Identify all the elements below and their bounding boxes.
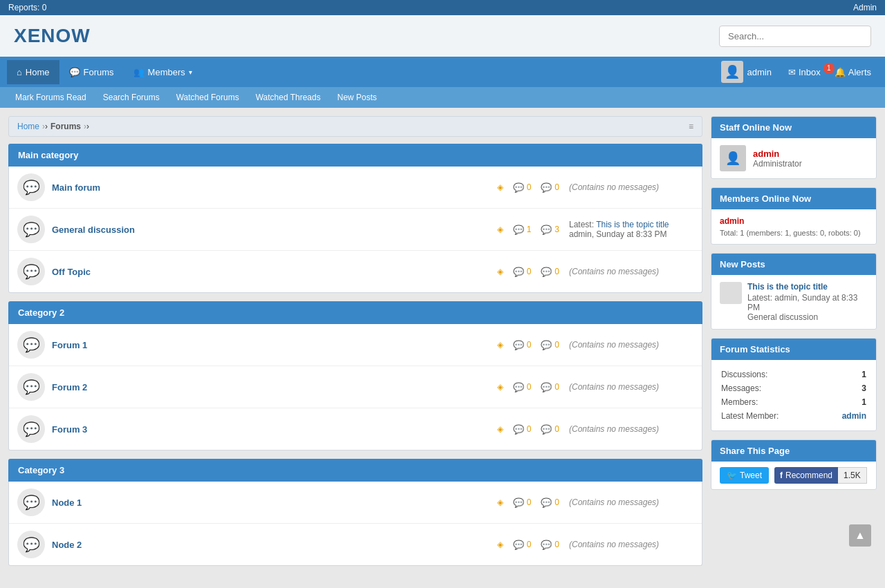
forum-list-0: 💬Main forum ◈ 💬 0 💬 0 (Contains no messa… (8, 167, 702, 293)
nav-forums[interactable]: 💬 Forums (59, 60, 124, 84)
reports-count: 0 (42, 3, 47, 12)
logo[interactable]: XENOW (14, 25, 91, 47)
breadcrumb-current: Forums (50, 122, 81, 131)
thread-count: 0 (527, 382, 532, 392)
rss-icon: ◈ (497, 182, 503, 192)
forum-latest: (Contains no messages) (569, 424, 693, 434)
forum-name[interactable]: Node 1 (52, 497, 497, 508)
nav-members[interactable]: 👥 Members ▾ (124, 60, 202, 84)
admin-link[interactable]: Admin (853, 3, 877, 12)
share-header: Share This Page (711, 440, 876, 462)
forum-name[interactable]: Off Topic (52, 267, 497, 277)
post-icon: 💬 (541, 382, 552, 392)
messages-value: 3 (823, 382, 866, 395)
no-messages: (Contains no messages) (569, 340, 659, 350)
subnav-search-forums[interactable]: Search Forums (95, 87, 168, 108)
forum-row: 💬Forum 2 ◈ 💬 0 💬 0 (Contains no messages… (9, 366, 702, 408)
rss-icon: ◈ (497, 340, 503, 350)
thread-count: 0 (527, 340, 532, 350)
staff-online-box: Staff Online Now 👤 admin Administrator (711, 116, 877, 179)
forum-latest: Latest: This is the topic title admin, S… (569, 220, 693, 239)
online-admin-link[interactable]: admin (720, 216, 744, 226)
person-icon (725, 64, 740, 79)
forum-row: 💬Off Topic ◈ 💬 0 💬 0 (Contains no messag… (9, 251, 702, 292)
tweet-button[interactable]: 🐦 Tweet (720, 467, 769, 484)
threads-stat: 💬 0 (513, 267, 532, 277)
forum-stats: ◈ 💬 0 💬 0 (497, 424, 559, 435)
post-count: 0 (555, 382, 559, 392)
forum-name[interactable]: Node 2 (52, 540, 497, 550)
staff-name[interactable]: admin (753, 149, 802, 159)
subnav-new-posts[interactable]: New Posts (329, 87, 385, 108)
forum-row: 💬General discussion ◈ 💬 1 💬 3 Latest: Th… (9, 209, 702, 251)
threads-stat: 💬 1 (513, 225, 532, 235)
subnav-watched-forums[interactable]: Watched Forums (168, 87, 248, 108)
up-arrow-icon: ▲ (855, 529, 866, 542)
fb-recommend-button[interactable]: f Recommend (774, 467, 838, 484)
forum-stats-header: Forum Statistics (711, 339, 876, 360)
staff-user: 👤 admin Administrator (720, 145, 868, 171)
members-value: 1 (823, 396, 866, 408)
rss-icon: ◈ (497, 424, 503, 434)
posts-stat: 💬 0 (541, 182, 559, 193)
forum-icon: 💬 (17, 373, 45, 401)
top-bar: Reports: 0 Admin (0, 0, 885, 15)
forum-name[interactable]: Forum 1 (52, 340, 497, 350)
rss-icon: ◈ (497, 225, 503, 234)
nav-home[interactable]: Home (7, 60, 59, 84)
threads-stat: 💬 0 (513, 540, 532, 550)
post-icon: 💬 (541, 267, 552, 277)
members-icon: 👥 (133, 67, 145, 77)
new-posts-content: This is the topic title Latest: admin, S… (711, 275, 876, 329)
post-count: 3 (555, 225, 559, 234)
no-messages: (Contains no messages) (569, 182, 659, 192)
username: admin (747, 67, 772, 77)
subnav-watched-threads[interactable]: Watched Threads (248, 87, 329, 108)
thread-icon: 💬 (513, 182, 524, 193)
avatar (721, 61, 743, 83)
forum-name[interactable]: Main forum (52, 182, 497, 193)
posts-stat: 💬 0 (541, 540, 559, 550)
forum-name[interactable]: Forum 3 (52, 424, 497, 435)
posts-stat: 💬 3 (541, 225, 559, 235)
stats-table: Discussions: 1 Messages: 3 Members: 1 La… (720, 367, 868, 424)
latest-title[interactable]: This is the topic title (596, 220, 669, 229)
breadcrumb-menu-icon[interactable]: ≡ (689, 122, 693, 131)
posts-stat: 💬 0 (541, 424, 559, 435)
members-online-content: admin Total: 1 (members: 1, guests: 0, r… (711, 209, 876, 244)
forum-stats: ◈ 💬 1 💬 3 (497, 225, 559, 235)
search-input[interactable] (719, 26, 871, 47)
breadcrumb-separator-2: › (84, 122, 89, 131)
forum-icon: 💬 (17, 489, 45, 516)
post-icon: 💬 (541, 340, 552, 350)
scroll-to-top-button[interactable]: ▲ (849, 524, 871, 547)
no-messages: (Contains no messages) (569, 267, 659, 276)
forum-stats: ◈ 💬 0 💬 0 (497, 267, 559, 277)
members-online-box: Members Online Now admin Total: 1 (membe… (711, 187, 877, 245)
rss-icon: ◈ (497, 267, 503, 276)
forum-stats: ◈ 💬 0 💬 0 (497, 540, 559, 550)
forum-name[interactable]: General discussion (52, 225, 497, 235)
forum-stats-content: Discussions: 1 Messages: 3 Members: 1 La… (711, 360, 876, 430)
members-online-list: admin Total: 1 (members: 1, guests: 0, r… (720, 216, 868, 237)
subnav-mark-forums-read[interactable]: Mark Forums Read (7, 87, 95, 108)
inbox-button[interactable]: ✉ Inbox (781, 61, 828, 83)
post-count: 0 (555, 340, 559, 350)
latest-member-value[interactable]: admin (823, 410, 866, 422)
forum-latest: (Contains no messages) (569, 182, 693, 192)
forum-name[interactable]: Forum 2 (52, 382, 497, 392)
forum-latest: (Contains no messages) (569, 267, 693, 276)
breadcrumb-home[interactable]: Home (17, 122, 39, 131)
bell-icon: 🔔 (835, 67, 846, 77)
category-header-2: Category 3 (8, 459, 702, 482)
posts-stat: 💬 0 (541, 497, 559, 508)
staff-avatar: 👤 (720, 145, 746, 171)
new-post-title[interactable]: This is the topic title (747, 282, 868, 292)
alerts-button[interactable]: 🔔 Alerts (828, 61, 878, 83)
main-layout: Home › Forums › ≡ Main category💬Main for… (0, 108, 885, 582)
nav-user[interactable]: admin (714, 57, 779, 87)
forum-icon: 💬 (17, 258, 45, 285)
latest-member-label: Latest Member: (721, 410, 822, 422)
reports-label: Reports: (8, 3, 39, 12)
staff-role: Administrator (753, 159, 802, 169)
